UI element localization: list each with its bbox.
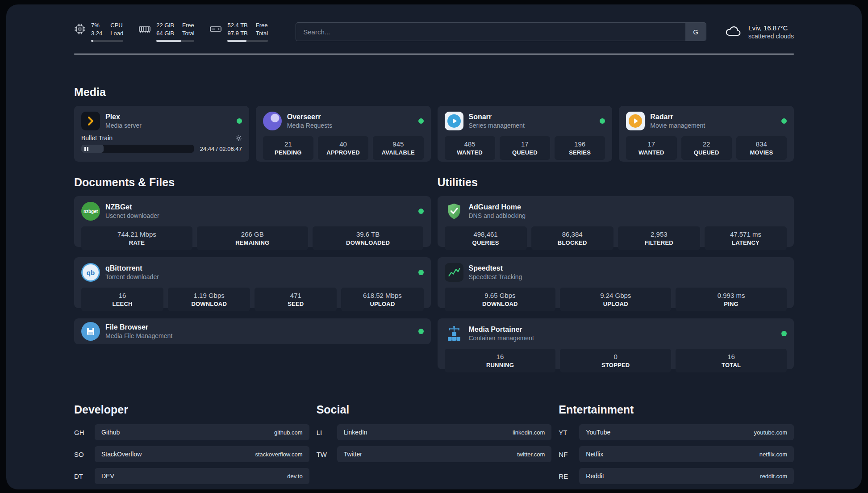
- bookmark-name: Netflix: [586, 451, 603, 458]
- search-engine-button[interactable]: G: [685, 23, 706, 41]
- disk-icon: [209, 23, 222, 37]
- stat-tile: 21 PENDING: [263, 136, 313, 160]
- adguard-card[interactable]: AdGuard Home DNS and adblocking 498,461 …: [438, 196, 794, 247]
- app-subtitle: Torrent downloader: [105, 273, 159, 280]
- stat-tile: 40 APPROVED: [318, 136, 368, 160]
- cpu-metric: 7% 3.24 CPU Load: [74, 21, 123, 42]
- bookmark-link-github[interactable]: Github github.com: [95, 424, 309, 440]
- bookmark-row: DT DEV dev.to: [74, 468, 309, 484]
- app-subtitle: Container management: [469, 334, 534, 342]
- cpu-icon: [74, 23, 86, 37]
- bookmark-abbr: GH: [74, 429, 95, 436]
- topbar-divider: [74, 54, 794, 54]
- app-name: AdGuard Home: [469, 203, 526, 211]
- app-subtitle: DNS and adblocking: [469, 212, 526, 219]
- stat-tile: 0.993 ms PING: [676, 288, 787, 311]
- plex-card[interactable]: Plex Media server Bullet Train: [74, 106, 249, 162]
- stat-label: STOPPED: [562, 362, 669, 368]
- disk-metric-body: 52.4 TB 97.9 TB Free Total: [227, 21, 268, 42]
- filebrowser-card-header: File Browser Media File Management: [81, 322, 424, 341]
- gear-icon[interactable]: [235, 135, 242, 142]
- app-subtitle: Movie management: [650, 122, 705, 129]
- stat-tile: 17 WANTED: [626, 136, 676, 160]
- qbittorrent-card[interactable]: qb qBittorrent Torrent downloader 16 LEE…: [74, 257, 431, 308]
- bookmark-row: GH Github github.com: [74, 424, 309, 440]
- bookmark-abbr: LI: [317, 429, 337, 436]
- stat-tile: 9.24 Gbps UPLOAD: [560, 288, 671, 311]
- stats-row: 16 RUNNING 0 STOPPED 16 TOTAL: [445, 349, 787, 372]
- bookmark-url: netflix.com: [760, 451, 787, 458]
- bookmark-abbr: YT: [559, 429, 579, 436]
- overseerr-card-header: Overseerr Media Requests: [263, 112, 424, 130]
- pause-icon[interactable]: [84, 147, 88, 151]
- status-dot: [781, 331, 787, 336]
- bookmark-url: youtube.com: [754, 429, 787, 436]
- stats-row: 16 LEECH 1.19 Gbps DOWNLOAD 471 SEED 6: [81, 288, 424, 311]
- bookmark-abbr: NF: [559, 451, 579, 458]
- bookmark-link-twitter[interactable]: Twitter twitter.com: [337, 446, 552, 462]
- search-input[interactable]: [296, 23, 685, 41]
- bookmark-abbr: SO: [74, 451, 95, 458]
- stat-label: PING: [677, 301, 785, 307]
- stats-row: 21 PENDING 40 APPROVED 945 AVAILABLE: [263, 136, 424, 160]
- stat-label: UPLOAD: [343, 301, 421, 307]
- app-name: Sonarr: [469, 113, 525, 121]
- sonarr-card[interactable]: Sonarr Series management 485 WANTED 17 Q…: [438, 106, 613, 162]
- ram-progress-bar: [156, 40, 194, 42]
- bookmark-link-dev[interactable]: DEV dev.to: [95, 468, 309, 484]
- app-name: Radarr: [650, 113, 705, 121]
- bookmark-link-netflix[interactable]: Netflix netflix.com: [579, 446, 794, 462]
- app-name: Plex: [105, 113, 142, 121]
- stat-value: 40: [320, 140, 367, 148]
- bookmarks-developer: Developer GH Github github.com SO StackO…: [74, 403, 309, 489]
- radarr-card[interactable]: Radarr Movie management 17 WANTED 22 QUE…: [619, 106, 794, 162]
- filebrowser-card[interactable]: File Browser Media File Management: [74, 318, 431, 344]
- utilities-section: Utilities: [438, 176, 794, 369]
- stat-tile: 485 WANTED: [445, 136, 495, 160]
- status-dot: [418, 270, 424, 275]
- stat-tile: 471 SEED: [255, 288, 337, 311]
- stat-tile: 22 QUEUED: [681, 136, 732, 160]
- ram-free-value: 22 GiB: [156, 21, 174, 29]
- nzbget-icon: nzbget: [81, 202, 100, 221]
- stat-value: 21: [265, 140, 312, 148]
- adguard-card-header: AdGuard Home DNS and adblocking: [445, 202, 787, 221]
- seek-bar[interactable]: [81, 145, 194, 153]
- speedtest-card[interactable]: Speedtest Speedtest Tracking 9.65 Gbps D…: [438, 257, 794, 308]
- overseerr-card[interactable]: Overseerr Media Requests 21 PENDING 40 A…: [256, 106, 431, 162]
- ram-free-label: Free: [182, 21, 194, 29]
- stat-tile: 16 TOTAL: [676, 349, 787, 372]
- app-subtitle: Speedtest Tracking: [469, 273, 522, 280]
- bookmarks-entertainment: Entertainment YT YouTube youtube.com NF …: [559, 403, 794, 489]
- bookmark-link-reddit[interactable]: Reddit reddit.com: [579, 468, 794, 484]
- bookmarks-social: Social LI LinkedIn linkedin.com TW Twitt…: [317, 403, 552, 489]
- qbittorrent-icon: qb: [81, 263, 100, 282]
- documents-section: Documents & Files nzbget NZBGet Usenet d…: [74, 176, 431, 344]
- portainer-card[interactable]: Media Portainer Container management 16 …: [438, 318, 794, 369]
- cpu-metric-body: 7% 3.24 CPU Load: [91, 21, 123, 42]
- sonarr-card-header: Sonarr Series management: [445, 112, 605, 130]
- bookmarks-developer-heading: Developer: [74, 403, 309, 416]
- bookmark-link-linkedin[interactable]: LinkedIn linkedin.com: [337, 424, 552, 440]
- disk-progress-fill: [227, 40, 246, 42]
- plex-card-header: Plex Media server: [81, 112, 242, 130]
- nzbget-card[interactable]: nzbget NZBGet Usenet downloader 744.21 M…: [74, 196, 431, 247]
- cpu-load-value: 3.24: [91, 29, 102, 38]
- weather-location: Lviv, 16.87°C: [748, 24, 794, 32]
- bookmark-name: LinkedIn: [344, 429, 367, 436]
- bookmark-abbr: RE: [559, 472, 579, 480]
- stats-row: 485 WANTED 17 QUEUED 196 SERIES: [445, 136, 605, 160]
- stat-label: APPROVED: [320, 149, 367, 156]
- cpu-load-label: Load: [110, 29, 123, 38]
- stat-value: 196: [556, 140, 603, 148]
- bookmark-link-youtube[interactable]: YouTube youtube.com: [579, 424, 794, 440]
- stat-tile: 0 STOPPED: [560, 349, 671, 372]
- stat-label: UPLOAD: [562, 301, 669, 307]
- nzbget-card-header: nzbget NZBGet Usenet downloader: [81, 202, 424, 221]
- disk-progress-bar: [227, 40, 268, 42]
- bookmark-link-stackoverflow[interactable]: StackOverflow stackoverflow.com: [95, 446, 309, 462]
- lower-sections: Documents & Files nzbget NZBGet Usenet d…: [74, 176, 794, 369]
- stat-label: SERIES: [556, 149, 603, 156]
- bookmark-row: RE Reddit reddit.com: [559, 468, 794, 484]
- stat-tile: 945 AVAILABLE: [373, 136, 423, 160]
